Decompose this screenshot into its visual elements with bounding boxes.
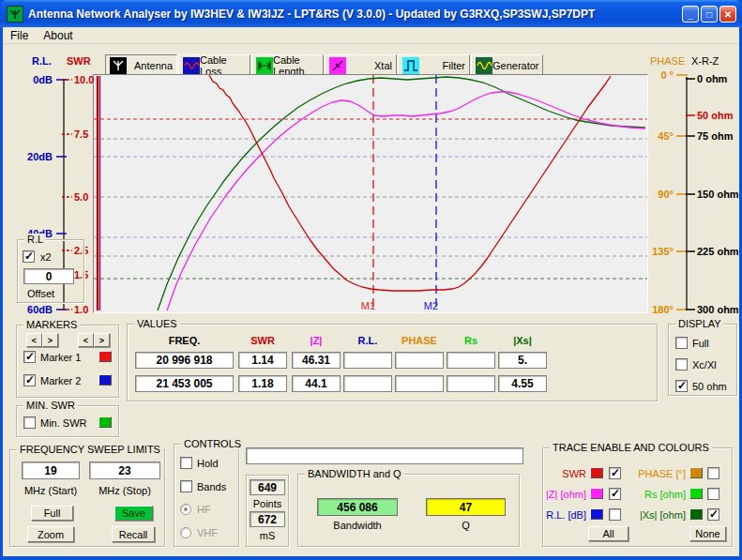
q-label: Q	[426, 520, 506, 532]
toolbar-cable-loss-button[interactable]: Cable Loss	[178, 54, 250, 76]
close-button[interactable]: ✕	[719, 6, 736, 23]
freq-full-button[interactable]: Full	[31, 506, 73, 521]
display-group: DISPLAY Full Xc/Xl 50 ohm	[668, 324, 737, 396]
marker1-checkbox[interactable]	[23, 351, 36, 363]
toolbar-filter-label: Filter	[443, 60, 465, 71]
minimize-button[interactable]: _	[682, 6, 699, 23]
marker1-next-button[interactable]: >	[42, 333, 58, 347]
freq-zoom-button[interactable]: Zoom	[27, 526, 74, 542]
menu-file[interactable]: File	[3, 28, 36, 43]
marker1-label: Marker 1	[40, 352, 81, 364]
toolbar-cable-length-label: Cable Length	[273, 54, 319, 77]
points-value: 649	[250, 479, 285, 495]
trace-z-checkbox[interactable]	[609, 488, 621, 500]
values-header-xs: |Xs|	[498, 335, 547, 346]
marker1-freq-value: 20 996 918	[135, 352, 234, 369]
freq-sweep-group: FREQUENCY SWEEP LIMITS 19 23 MHz (Start)…	[9, 449, 165, 547]
display-full-checkbox[interactable]	[675, 337, 688, 349]
trace-all-button[interactable]: All	[588, 526, 628, 541]
cable-length-icon	[256, 57, 273, 74]
marker2-prev-button[interactable]: <	[78, 333, 94, 347]
chart-traces: M1M2	[94, 75, 647, 312]
trace-phase-swatch[interactable]	[689, 467, 703, 478]
marker2-xs-value: 4.55	[498, 375, 547, 392]
freq-sweep-title: FREQUENCY SWEEP LIMITS	[17, 444, 163, 455]
rl-offset-input[interactable]: 0	[23, 268, 74, 284]
marker2-z-value: 44.1	[292, 375, 341, 392]
toolbar-generator-button[interactable]: Generator	[471, 54, 543, 76]
command-input[interactable]	[246, 447, 523, 464]
display-title: DISPLAY	[675, 318, 724, 329]
marker1-z-value: 46.31	[292, 352, 341, 369]
marker1-color-swatch[interactable]	[98, 351, 112, 362]
toolbar-cable-length-button[interactable]: Cable Length	[251, 54, 324, 76]
min-swr-group: MIN. SWR Min. SWR	[16, 405, 119, 437]
trace-none-button[interactable]: None	[689, 526, 726, 541]
toolbar-filter-button[interactable]: Filter	[398, 54, 470, 76]
rl-axis-header: R.L.	[32, 55, 52, 67]
bands-checkbox[interactable]	[180, 480, 192, 492]
marker1-rs-value	[447, 352, 495, 369]
trace-rs-label: Rs [ohm]	[628, 489, 686, 501]
trace-swr-swatch[interactable]	[590, 467, 603, 478]
min-swr-label: Min. SWR	[40, 417, 87, 430]
freq-recall-button[interactable]: Recall	[112, 526, 155, 542]
trace-rl-checkbox[interactable]	[609, 508, 621, 521]
display-xcxl-checkbox[interactable]	[675, 358, 688, 371]
controls-group: CONTROLS Hold Bands HF VHF	[174, 444, 239, 547]
vhf-radio[interactable]	[180, 527, 191, 538]
toolbar-xtal-button[interactable]: Xtal	[325, 54, 397, 76]
marker2-color-swatch[interactable]	[98, 374, 112, 386]
trace-xs-checkbox[interactable]	[707, 508, 719, 521]
bandwidth-label: Bandwidth	[317, 520, 398, 532]
points-panel: 649 Points 672 mS	[246, 475, 289, 547]
markers-group: MARKERS < > < > Marker 1 Marker 2	[16, 325, 119, 398]
maximize-button[interactable]: □	[701, 6, 718, 23]
svg-text:M1: M1	[361, 300, 375, 311]
trace-rl-swatch[interactable]	[590, 508, 603, 520]
marker1-prev-button[interactable]: <	[26, 333, 42, 347]
hf-radio[interactable]	[180, 504, 191, 515]
display-full-label: Full	[692, 338, 709, 350]
freq-start-label: MHz (Start)	[22, 485, 80, 497]
bandwidth-title: BANDWIDTH and Q	[305, 468, 404, 479]
marker2-next-button[interactable]: >	[94, 333, 110, 347]
menu-bar: File About	[3, 27, 739, 44]
marker2-checkbox[interactable]	[23, 374, 36, 386]
min-swr-checkbox[interactable]	[23, 416, 36, 429]
trace-z-swatch[interactable]	[590, 488, 603, 499]
trace-phase-checkbox[interactable]	[707, 467, 719, 479]
toolbar-antenna-button[interactable]: Antenna	[105, 54, 177, 76]
filter-icon	[402, 57, 419, 74]
display-50ohm-checkbox[interactable]	[675, 380, 688, 392]
display-xcxl-label: Xc/Xl	[692, 359, 717, 371]
display-50ohm-label: 50 ohm	[692, 381, 727, 393]
trace-rs-swatch[interactable]	[689, 488, 703, 499]
marker2-rl-value	[343, 375, 392, 392]
values-header-z: |Z|	[292, 335, 341, 346]
freq-stop-input[interactable]: 23	[89, 462, 160, 479]
controls-title: CONTROLS	[181, 438, 244, 449]
marker2-label: Marker 2	[40, 375, 81, 387]
toolbar-xtal-label: Xtal	[374, 60, 392, 71]
hold-label: Hold	[197, 458, 219, 470]
app-icon	[7, 6, 23, 23]
toolbar-cable-loss-label: Cable Loss	[200, 54, 246, 77]
menu-about[interactable]: About	[36, 28, 80, 43]
trace-xs-swatch[interactable]	[689, 508, 703, 520]
values-header-swr: SWR	[238, 335, 287, 346]
trace-swr-checkbox[interactable]	[609, 467, 621, 479]
values-header-freq: FREQ.	[135, 335, 234, 346]
hold-checkbox[interactable]	[180, 457, 192, 469]
freq-start-input[interactable]: 19	[22, 462, 80, 479]
freq-save-button[interactable]: Save	[114, 506, 153, 521]
rl-x2-checkbox[interactable]	[23, 250, 35, 263]
rl-x2-label: x2	[40, 251, 52, 264]
phase-axis-header: PHASE	[650, 55, 685, 67]
trace-rs-checkbox[interactable]	[707, 488, 719, 500]
marker1-rl-value	[343, 352, 392, 369]
values-group: VALUES FREQ. SWR |Z| R.L. PHASE Rs |Xs| …	[127, 324, 658, 401]
xrz-axis-header: X-R-Z	[691, 55, 719, 67]
markers-title: MARKERS	[23, 319, 80, 330]
min-swr-color-swatch[interactable]	[98, 416, 112, 428]
